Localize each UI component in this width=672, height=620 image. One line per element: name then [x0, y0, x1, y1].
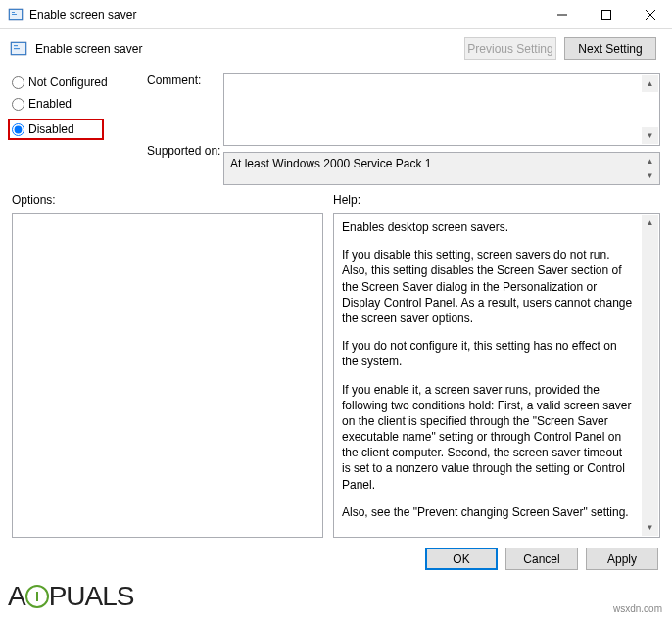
next-setting-button[interactable]: Next Setting: [564, 37, 656, 60]
scroll-down-icon[interactable]: ▼: [642, 168, 658, 183]
options-box: [12, 213, 323, 538]
radio-disabled-input[interactable]: [12, 123, 24, 136]
scroll-down-icon[interactable]: ▼: [642, 519, 658, 536]
scroll-down-icon[interactable]: ▼: [642, 127, 658, 144]
radio-not-configured-label: Not Configured: [28, 75, 108, 89]
previous-setting-button[interactable]: Previous Setting: [464, 37, 556, 60]
help-content: Enables desktop screen savers. If you di…: [342, 219, 651, 520]
help-paragraph: If you disable this setting, screen save…: [342, 247, 634, 326]
help-paragraph: Enables desktop screen savers.: [342, 219, 634, 235]
subtitle-bar: Enable screen saver Previous Setting Nex…: [0, 29, 672, 64]
options-panel: Options:: [12, 193, 323, 538]
watermark-prefix: A: [8, 581, 25, 611]
window-controls: [540, 0, 672, 28]
scroll-up-icon[interactable]: ▲: [642, 75, 658, 92]
scroll-up-icon[interactable]: ▲: [642, 215, 658, 231]
svg-rect-11: [14, 48, 20, 49]
radio-disabled[interactable]: Disabled: [8, 119, 104, 140]
bottom-buttons: OK Cancel Apply: [0, 538, 672, 580]
lower-section: Options: Help: Enables desktop screen sa…: [0, 193, 672, 538]
help-box: Enables desktop screen savers. If you di…: [333, 213, 660, 538]
scroll-up-icon[interactable]: ▲: [642, 154, 658, 168]
help-panel: Help: Enables desktop screen savers. If …: [333, 193, 660, 538]
source-text: wsxdn.com: [613, 603, 662, 614]
radio-enabled-input[interactable]: [12, 98, 24, 111]
radio-not-configured[interactable]: Not Configured: [12, 75, 147, 89]
radio-not-configured-input[interactable]: [12, 76, 24, 89]
titlebar: Enable screen saver: [0, 0, 672, 29]
comment-field[interactable]: ▲ ▼: [223, 73, 660, 146]
comment-label: Comment:: [147, 73, 223, 87]
supported-on-field: At least Windows 2000 Service Pack 1 ▲ ▼: [223, 152, 660, 185]
help-paragraph: If you do not configure it, this setting…: [342, 338, 634, 369]
upper-section: Not Configured Enabled Disabled Comment:…: [0, 64, 672, 193]
options-label: Options:: [12, 193, 323, 207]
fields-column: ▲ ▼ At least Windows 2000 Service Pack 1…: [223, 73, 660, 185]
radio-column: Not Configured Enabled Disabled: [12, 73, 147, 185]
window-title: Enable screen saver: [29, 8, 540, 22]
svg-rect-5: [601, 10, 610, 19]
watermark-logo: APUALS: [8, 581, 134, 612]
radio-enabled-label: Enabled: [28, 97, 72, 111]
svg-rect-10: [14, 45, 18, 46]
comment-scrollbar[interactable]: ▲ ▼: [642, 75, 658, 144]
supported-scrollbar[interactable]: ▲ ▼: [642, 154, 658, 183]
help-label: Help:: [333, 193, 660, 207]
ok-button[interactable]: OK: [425, 548, 498, 570]
subtitle-text: Enable screen saver: [35, 42, 464, 56]
policy-subtitle-icon: [10, 40, 27, 58]
watermark-circle-icon: [25, 585, 49, 608]
supported-on-label: Supported on:: [147, 144, 223, 158]
help-paragraph: If you enable it, a screen saver runs, p…: [342, 382, 634, 493]
radio-disabled-label: Disabled: [28, 122, 74, 136]
svg-rect-3: [12, 14, 17, 15]
maximize-button[interactable]: [584, 0, 628, 28]
apply-button[interactable]: Apply: [586, 548, 658, 570]
supported-on-value: At least Windows 2000 Service Pack 1: [230, 157, 431, 170]
cancel-button[interactable]: Cancel: [505, 548, 578, 570]
close-button[interactable]: [628, 0, 672, 28]
svg-rect-2: [12, 12, 15, 13]
help-scrollbar[interactable]: ▲ ▼: [642, 215, 658, 536]
labels-column: Comment: Supported on:: [147, 73, 223, 185]
radio-enabled[interactable]: Enabled: [12, 97, 147, 111]
policy-icon: [8, 7, 24, 23]
watermark-suffix: PUALS: [49, 581, 134, 611]
help-paragraph: Also, see the "Prevent changing Screen S…: [342, 504, 634, 520]
minimize-button[interactable]: [540, 0, 584, 28]
